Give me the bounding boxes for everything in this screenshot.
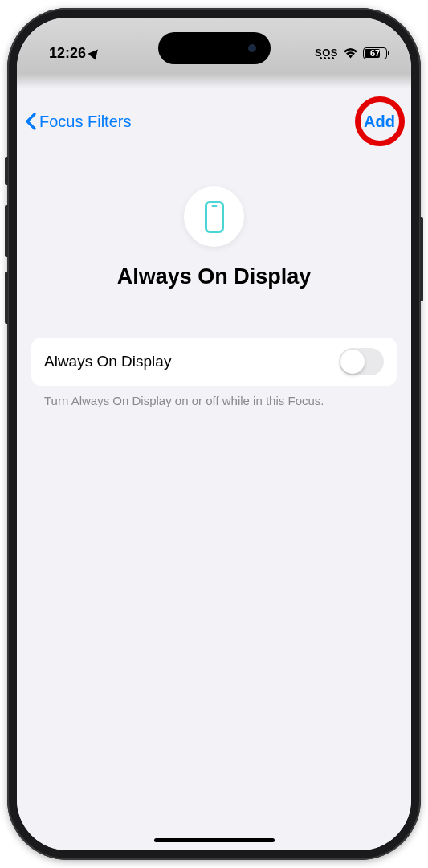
status-left: 12:26 — [49, 31, 100, 62]
battery-level: 67 — [364, 48, 386, 59]
add-button[interactable]: Add — [362, 109, 397, 134]
content-area: Focus Filters Add Always On Display Alwa… — [17, 74, 411, 850]
toggle-always-on-display[interactable] — [339, 348, 384, 375]
sos-indicator: SOS — [315, 47, 338, 59]
page-title: Always On Display — [117, 264, 312, 289]
volume-up-button[interactable] — [5, 205, 8, 257]
phone-frame: 12:26 SOS 67 — [7, 8, 421, 860]
silent-switch[interactable] — [5, 157, 8, 185]
back-button[interactable]: Focus Filters — [25, 113, 131, 131]
phone-outline-icon — [205, 201, 224, 233]
status-right: SOS 67 — [315, 33, 387, 59]
dynamic-island — [158, 32, 271, 64]
location-icon — [88, 47, 102, 60]
settings-group: Always On Display Turn Always On Display… — [31, 338, 397, 407]
hero-icon-circle — [184, 186, 244, 247]
back-label: Focus Filters — [39, 113, 131, 131]
signal-dots-icon — [320, 57, 334, 59]
hero-section: Always On Display — [17, 186, 411, 289]
battery-icon: 67 — [363, 47, 387, 59]
setting-description: Turn Always On Display on or off while i… — [31, 386, 397, 407]
setting-row-always-on-display[interactable]: Always On Display — [31, 338, 397, 386]
volume-down-button[interactable] — [5, 272, 8, 324]
status-time: 12:26 — [49, 45, 86, 62]
screen: 12:26 SOS 67 — [17, 18, 411, 850]
side-buttons-left — [5, 157, 8, 338]
nav-bar: Focus Filters Add — [17, 74, 411, 138]
add-button-wrapper: Add — [362, 109, 397, 134]
setting-label: Always On Display — [44, 353, 171, 371]
wifi-icon — [343, 47, 358, 59]
chevron-back-icon — [25, 113, 36, 130]
home-indicator[interactable] — [154, 838, 275, 842]
toggle-knob — [340, 350, 365, 374]
power-button[interactable] — [420, 217, 423, 301]
